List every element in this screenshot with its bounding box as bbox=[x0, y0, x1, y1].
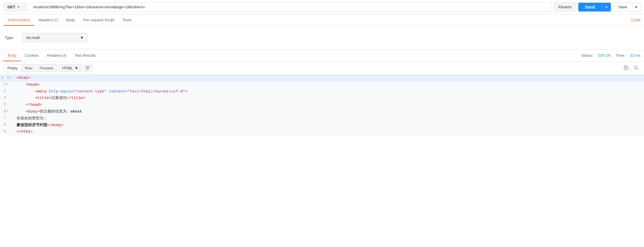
right-icons bbox=[622, 64, 640, 72]
response-tab-cookies[interactable]: Cookies bbox=[21, 50, 43, 61]
top-bar: GET ▼ Params Send ▼ Save ▼ bbox=[0, 0, 644, 14]
fold-arrow-2[interactable]: ▾ bbox=[7, 82, 8, 87]
time-value: 33 ms bbox=[630, 53, 640, 58]
code-line-2: 2 ▾ <head> bbox=[0, 82, 644, 88]
method-label: GET bbox=[7, 5, 15, 9]
method-select[interactable]: GET ▼ bbox=[4, 3, 27, 11]
method-chevron-icon: ▼ bbox=[17, 5, 20, 9]
line-gutter-1: i 1 ▾ bbox=[0, 75, 14, 81]
request-tabs: Authorization Headers(1) Body Pre-reques… bbox=[0, 14, 644, 26]
svg-rect-3 bbox=[625, 67, 628, 70]
fold-arrow-6[interactable]: ▾ bbox=[7, 109, 8, 114]
tab-pre-request[interactable]: Pre-request Script bbox=[79, 14, 118, 26]
code-line-9: 9 </html> bbox=[0, 129, 644, 135]
response-tab-body[interactable]: Body bbox=[4, 50, 21, 61]
i-badge-1: i bbox=[1, 75, 3, 81]
auth-type-label: Type bbox=[5, 35, 17, 40]
view-mode-group: Pretty Raw Preview bbox=[4, 64, 57, 72]
raw-button[interactable]: Raw bbox=[21, 64, 36, 72]
line-gutter-5: 5 bbox=[0, 102, 14, 108]
save-group: Save ▼ bbox=[613, 2, 640, 12]
code-line-4: 4 <title>注册成功</title> bbox=[0, 95, 644, 102]
status-info: Status: 200 OK Time: 33 ms bbox=[581, 53, 640, 58]
time-label: Time: bbox=[616, 53, 625, 58]
code-line-5: 5 </head> bbox=[0, 102, 644, 108]
params-button[interactable]: Params bbox=[554, 2, 576, 12]
auth-select-chevron-icon: ▼ bbox=[80, 35, 84, 40]
send-dropdown-button[interactable]: ▼ bbox=[602, 3, 611, 12]
response-tab-test-results[interactable]: Test Results bbox=[70, 50, 100, 61]
code-line-6: 6 ▾ <body>你注册的信息为：shsxt bbox=[0, 108, 644, 115]
line-gutter-9: 9 bbox=[0, 129, 14, 135]
response-tab-headers[interactable]: Headers(4) bbox=[43, 50, 71, 61]
code-link[interactable]: Code bbox=[631, 18, 640, 22]
auth-type-value: No Auth bbox=[26, 35, 40, 40]
copy-icon[interactable] bbox=[622, 64, 630, 72]
response-tabs-bar: Body Cookies Headers(4) Test Results Sta… bbox=[0, 50, 644, 61]
auth-type-select[interactable]: No Auth ▼ bbox=[22, 33, 88, 42]
line-gutter-2: 2 ▾ bbox=[0, 82, 14, 88]
fold-arrow-1[interactable]: ▾ bbox=[10, 76, 12, 80]
line-gutter-8: 8 bbox=[0, 122, 14, 128]
code-line-7: 7 你喜欢的类型为： bbox=[0, 115, 644, 122]
format-bar: Pretty Raw Preview HTML ▼ bbox=[0, 61, 644, 75]
search-icon[interactable] bbox=[632, 64, 640, 72]
code-line-8: 8 豪放型经济节约型</body> bbox=[0, 122, 644, 129]
save-button[interactable]: Save bbox=[614, 3, 632, 11]
pretty-button[interactable]: Pretty bbox=[4, 64, 21, 72]
filter-icon[interactable] bbox=[83, 64, 92, 72]
svg-point-4 bbox=[635, 66, 637, 69]
tab-body[interactable]: Body bbox=[62, 14, 79, 26]
language-select[interactable]: HTML ▼ bbox=[59, 64, 81, 72]
send-button[interactable]: Send bbox=[578, 3, 601, 12]
tab-headers[interactable]: Headers(1) bbox=[34, 14, 62, 26]
auth-section: Type No Auth ▼ bbox=[0, 26, 644, 50]
code-viewer: i 1 ▾ <html> 2 ▾ <head> 3 <meta http-equ… bbox=[0, 75, 644, 135]
language-value: HTML bbox=[62, 66, 73, 70]
send-group: Send ▼ bbox=[578, 3, 611, 12]
status-label: Status: bbox=[581, 53, 593, 58]
status-value: 200 OK bbox=[598, 53, 611, 58]
code-line-3: 3 <meta http-equiv="content-type" conten… bbox=[0, 88, 644, 95]
line-gutter-4: 4 bbox=[0, 95, 14, 101]
language-chevron-icon: ▼ bbox=[75, 66, 78, 70]
preview-button[interactable]: Preview bbox=[36, 64, 57, 72]
line-gutter-3: 3 bbox=[0, 88, 14, 95]
response-section: Body Cookies Headers(4) Test Results Sta… bbox=[0, 50, 644, 135]
tab-tests[interactable]: Tests bbox=[118, 14, 136, 26]
url-input[interactable] bbox=[30, 2, 552, 12]
svg-line-5 bbox=[637, 69, 638, 70]
tab-authorization[interactable]: Authorization bbox=[4, 14, 34, 26]
line-gutter-6: 6 ▾ bbox=[0, 108, 14, 115]
code-line-1: i 1 ▾ <html> bbox=[0, 75, 644, 82]
line-gutter-7: 7 bbox=[0, 115, 14, 121]
save-dropdown-button[interactable]: ▼ bbox=[632, 3, 640, 11]
